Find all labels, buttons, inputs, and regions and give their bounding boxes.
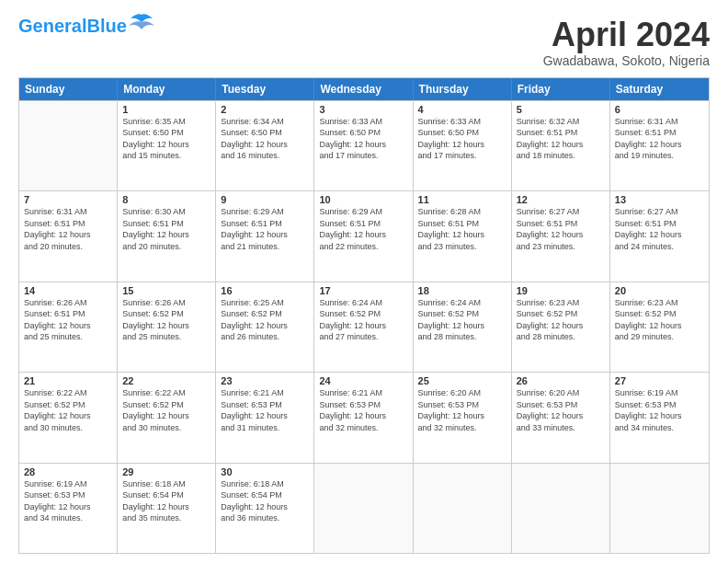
day-number: 23 — [221, 375, 309, 386]
calendar-row-2: 14Sunrise: 6:26 AM Sunset: 6:51 PM Dayli… — [19, 282, 709, 372]
calendar-body: 1Sunrise: 6:35 AM Sunset: 6:50 PM Daylig… — [19, 100, 709, 553]
cell-info: Sunrise: 6:27 AM Sunset: 6:51 PM Dayligh… — [517, 206, 605, 252]
day-number: 9 — [221, 194, 309, 205]
calendar-cell: 23Sunrise: 6:21 AM Sunset: 6:53 PM Dayli… — [216, 373, 314, 462]
weekday-wednesday: Wednesday — [314, 78, 413, 100]
calendar-cell: 13Sunrise: 6:27 AM Sunset: 6:51 PM Dayli… — [610, 191, 709, 281]
cell-info: Sunrise: 6:29 AM Sunset: 6:51 PM Dayligh… — [221, 206, 309, 252]
logo-bird-icon — [129, 13, 154, 31]
weekday-monday: Monday — [118, 78, 216, 100]
calendar-cell: 1Sunrise: 6:35 AM Sunset: 6:50 PM Daylig… — [118, 101, 216, 190]
day-number: 3 — [319, 104, 407, 115]
title-month: April 2024 — [543, 17, 710, 53]
weekday-sunday: Sunday — [19, 78, 118, 100]
title-location: Gwadabawa, Sokoto, Nigeria — [543, 53, 710, 68]
logo-text: GeneralBlue — [18, 17, 127, 35]
cell-info: Sunrise: 6:23 AM Sunset: 6:52 PM Dayligh… — [615, 297, 704, 343]
cell-info: Sunrise: 6:24 AM Sunset: 6:52 PM Dayligh… — [319, 297, 407, 343]
calendar-cell: 8Sunrise: 6:30 AM Sunset: 6:51 PM Daylig… — [118, 191, 216, 281]
calendar-cell — [610, 464, 709, 553]
day-number: 22 — [122, 375, 210, 386]
day-number: 7 — [24, 194, 112, 205]
calendar-cell: 12Sunrise: 6:27 AM Sunset: 6:51 PM Dayli… — [512, 191, 610, 281]
calendar-cell: 25Sunrise: 6:20 AM Sunset: 6:53 PM Dayli… — [414, 373, 512, 462]
cell-info: Sunrise: 6:30 AM Sunset: 6:51 PM Dayligh… — [122, 206, 210, 252]
day-number: 17 — [319, 285, 407, 296]
calendar-row-1: 7Sunrise: 6:31 AM Sunset: 6:51 PM Daylig… — [19, 190, 709, 281]
day-number: 10 — [319, 194, 407, 205]
day-number: 21 — [24, 375, 112, 386]
day-number: 20 — [615, 285, 704, 296]
cell-info: Sunrise: 6:21 AM Sunset: 6:53 PM Dayligh… — [221, 387, 309, 433]
day-number: 12 — [517, 194, 605, 205]
cell-info: Sunrise: 6:18 AM Sunset: 6:54 PM Dayligh… — [122, 478, 210, 524]
calendar-cell: 29Sunrise: 6:18 AM Sunset: 6:54 PM Dayli… — [118, 464, 216, 553]
calendar-cell — [414, 464, 512, 553]
day-number: 11 — [418, 194, 506, 205]
cell-info: Sunrise: 6:29 AM Sunset: 6:51 PM Dayligh… — [319, 206, 407, 252]
calendar-cell: 30Sunrise: 6:18 AM Sunset: 6:54 PM Dayli… — [216, 464, 314, 553]
calendar-cell: 17Sunrise: 6:24 AM Sunset: 6:52 PM Dayli… — [314, 282, 413, 372]
calendar-cell: 16Sunrise: 6:25 AM Sunset: 6:52 PM Dayli… — [216, 282, 314, 372]
weekday-tuesday: Tuesday — [216, 78, 314, 100]
day-number: 4 — [418, 104, 506, 115]
calendar-cell: 11Sunrise: 6:28 AM Sunset: 6:51 PM Dayli… — [414, 191, 512, 281]
calendar-row-4: 28Sunrise: 6:19 AM Sunset: 6:53 PM Dayli… — [19, 463, 709, 553]
cell-info: Sunrise: 6:31 AM Sunset: 6:51 PM Dayligh… — [24, 206, 112, 252]
logo: GeneralBlue — [18, 17, 154, 35]
calendar-cell: 2Sunrise: 6:34 AM Sunset: 6:50 PM Daylig… — [216, 101, 314, 190]
calendar-cell: 22Sunrise: 6:22 AM Sunset: 6:52 PM Dayli… — [118, 373, 216, 462]
day-number: 25 — [418, 375, 506, 386]
calendar-cell — [512, 464, 610, 553]
day-number: 6 — [615, 104, 704, 115]
cell-info: Sunrise: 6:24 AM Sunset: 6:52 PM Dayligh… — [418, 297, 506, 343]
calendar: Sunday Monday Tuesday Wednesday Thursday… — [18, 77, 710, 554]
cell-info: Sunrise: 6:32 AM Sunset: 6:51 PM Dayligh… — [517, 116, 605, 162]
day-number: 24 — [319, 375, 407, 386]
cell-info: Sunrise: 6:34 AM Sunset: 6:50 PM Dayligh… — [221, 116, 309, 162]
weekday-saturday: Saturday — [610, 78, 709, 100]
cell-info: Sunrise: 6:31 AM Sunset: 6:51 PM Dayligh… — [615, 116, 704, 162]
cell-info: Sunrise: 6:20 AM Sunset: 6:53 PM Dayligh… — [418, 387, 506, 433]
calendar-cell: 10Sunrise: 6:29 AM Sunset: 6:51 PM Dayli… — [314, 191, 413, 281]
calendar-cell — [314, 464, 413, 553]
day-number: 13 — [615, 194, 704, 205]
calendar-cell: 27Sunrise: 6:19 AM Sunset: 6:53 PM Dayli… — [610, 373, 709, 462]
day-number: 15 — [122, 285, 210, 296]
day-number: 8 — [122, 194, 210, 205]
cell-info: Sunrise: 6:22 AM Sunset: 6:52 PM Dayligh… — [24, 387, 112, 433]
day-number: 28 — [24, 466, 112, 477]
day-number: 1 — [122, 104, 210, 115]
weekday-thursday: Thursday — [414, 78, 512, 100]
cell-info: Sunrise: 6:19 AM Sunset: 6:53 PM Dayligh… — [24, 478, 112, 524]
day-number: 14 — [24, 285, 112, 296]
calendar-cell: 3Sunrise: 6:33 AM Sunset: 6:50 PM Daylig… — [314, 101, 413, 190]
calendar-cell: 6Sunrise: 6:31 AM Sunset: 6:51 PM Daylig… — [610, 101, 709, 190]
cell-info: Sunrise: 6:33 AM Sunset: 6:50 PM Dayligh… — [418, 116, 506, 162]
calendar-cell: 9Sunrise: 6:29 AM Sunset: 6:51 PM Daylig… — [216, 191, 314, 281]
header: GeneralBlue April 2024 Gwadabawa, Sokoto… — [18, 17, 710, 68]
day-number: 29 — [122, 466, 210, 477]
day-number: 26 — [517, 375, 605, 386]
day-number: 18 — [418, 285, 506, 296]
calendar-cell: 7Sunrise: 6:31 AM Sunset: 6:51 PM Daylig… — [19, 191, 118, 281]
calendar-cell: 20Sunrise: 6:23 AM Sunset: 6:52 PM Dayli… — [610, 282, 709, 372]
cell-info: Sunrise: 6:27 AM Sunset: 6:51 PM Dayligh… — [615, 206, 704, 252]
calendar-cell: 28Sunrise: 6:19 AM Sunset: 6:53 PM Dayli… — [19, 464, 118, 553]
cell-info: Sunrise: 6:18 AM Sunset: 6:54 PM Dayligh… — [221, 478, 309, 524]
day-number: 27 — [615, 375, 704, 386]
cell-info: Sunrise: 6:23 AM Sunset: 6:52 PM Dayligh… — [517, 297, 605, 343]
calendar-row-3: 21Sunrise: 6:22 AM Sunset: 6:52 PM Dayli… — [19, 372, 709, 462]
calendar-cell: 14Sunrise: 6:26 AM Sunset: 6:51 PM Dayli… — [19, 282, 118, 372]
calendar-cell: 4Sunrise: 6:33 AM Sunset: 6:50 PM Daylig… — [414, 101, 512, 190]
calendar-cell: 21Sunrise: 6:22 AM Sunset: 6:52 PM Dayli… — [19, 373, 118, 462]
calendar-cell — [19, 101, 118, 190]
cell-info: Sunrise: 6:21 AM Sunset: 6:53 PM Dayligh… — [319, 387, 407, 433]
cell-info: Sunrise: 6:20 AM Sunset: 6:53 PM Dayligh… — [517, 387, 605, 433]
cell-info: Sunrise: 6:33 AM Sunset: 6:50 PM Dayligh… — [319, 116, 407, 162]
title-block: April 2024 Gwadabawa, Sokoto, Nigeria — [543, 17, 710, 68]
day-number: 19 — [517, 285, 605, 296]
day-number: 30 — [221, 466, 309, 477]
page: GeneralBlue April 2024 Gwadabawa, Sokoto… — [0, 0, 728, 563]
cell-info: Sunrise: 6:25 AM Sunset: 6:52 PM Dayligh… — [221, 297, 309, 343]
